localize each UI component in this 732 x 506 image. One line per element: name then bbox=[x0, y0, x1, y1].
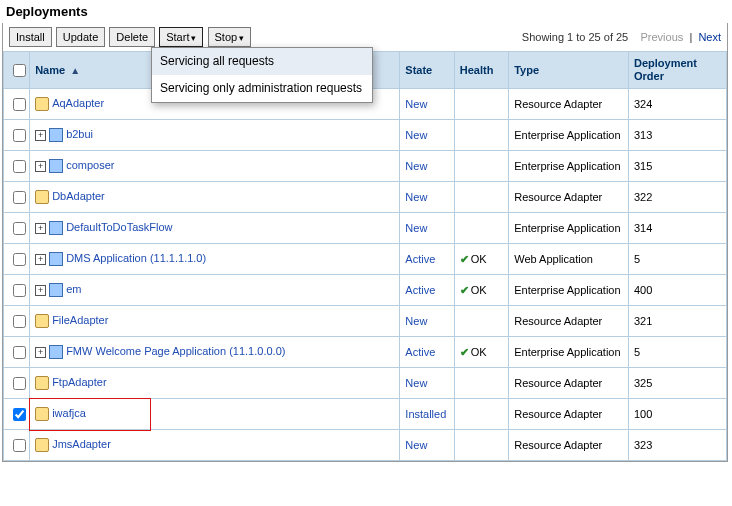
select-all-checkbox[interactable] bbox=[13, 64, 26, 77]
state-link[interactable]: New bbox=[405, 129, 427, 141]
header-state[interactable]: State bbox=[400, 52, 454, 89]
state-link[interactable]: New bbox=[405, 377, 427, 389]
state-cell: New bbox=[400, 213, 454, 244]
expand-icon[interactable]: + bbox=[35, 223, 46, 234]
expand-icon[interactable]: + bbox=[35, 347, 46, 358]
deployment-name-link[interactable]: AqAdapter bbox=[52, 97, 104, 109]
header-type[interactable]: Type bbox=[509, 52, 629, 89]
row-checkbox[interactable] bbox=[13, 222, 26, 235]
deployment-name-link[interactable]: composer bbox=[66, 159, 114, 171]
state-cell: New bbox=[400, 306, 454, 337]
state-link[interactable]: Active bbox=[405, 346, 435, 358]
update-button[interactable]: Update bbox=[56, 27, 105, 47]
deployment-name-link[interactable]: FileAdapter bbox=[52, 314, 108, 326]
row-checkbox[interactable] bbox=[13, 346, 26, 359]
name-cell: +em bbox=[30, 275, 400, 306]
state-link[interactable]: New bbox=[405, 160, 427, 172]
deployment-name-link[interactable]: DMS Application (11.1.1.1.0) bbox=[66, 252, 206, 264]
deployment-name-link[interactable]: FtpAdapter bbox=[52, 376, 106, 388]
row-checkbox-cell[interactable] bbox=[4, 275, 30, 306]
name-cell: FtpAdapter bbox=[30, 368, 400, 399]
row-checkbox-cell[interactable] bbox=[4, 89, 30, 120]
order-cell: 322 bbox=[628, 182, 726, 213]
row-checkbox[interactable] bbox=[13, 253, 26, 266]
deployment-name-link[interactable]: iwafjca bbox=[52, 407, 86, 419]
start-button[interactable]: Start▾ bbox=[159, 27, 203, 47]
expand-icon[interactable]: + bbox=[35, 285, 46, 296]
deployments-panel: Install Update Delete Start▾ Stop▾ Showi… bbox=[2, 23, 728, 462]
table-row: +DMS Application (11.1.1.1.0)ActiveOKWeb… bbox=[4, 244, 727, 275]
install-button[interactable]: Install bbox=[9, 27, 52, 47]
row-checkbox[interactable] bbox=[13, 284, 26, 297]
state-link[interactable]: New bbox=[405, 439, 427, 451]
row-checkbox-cell[interactable] bbox=[4, 120, 30, 151]
health-ok-icon: OK bbox=[460, 346, 487, 358]
type-cell: Enterprise Application bbox=[509, 120, 629, 151]
expand-icon[interactable]: + bbox=[35, 254, 46, 265]
header-select-all[interactable] bbox=[4, 52, 30, 89]
state-link[interactable]: Active bbox=[405, 284, 435, 296]
deployment-name-link[interactable]: JmsAdapter bbox=[52, 438, 111, 450]
dropdown-servicing-admin[interactable]: Servicing only administration requests bbox=[152, 75, 372, 102]
state-link[interactable]: New bbox=[405, 191, 427, 203]
table-row: JmsAdapterNewResource Adapter323 bbox=[4, 430, 727, 461]
type-cell: Resource Adapter bbox=[509, 182, 629, 213]
state-cell: New bbox=[400, 430, 454, 461]
row-checkbox[interactable] bbox=[13, 408, 26, 421]
order-cell: 323 bbox=[628, 430, 726, 461]
deployment-name-link[interactable]: em bbox=[66, 283, 81, 295]
state-link[interactable]: New bbox=[405, 315, 427, 327]
row-checkbox-cell[interactable] bbox=[4, 306, 30, 337]
state-cell: Installed bbox=[400, 399, 454, 430]
header-order[interactable]: Deployment Order bbox=[628, 52, 726, 89]
table-row: +DefaultToDoTaskFlowNewEnterprise Applic… bbox=[4, 213, 727, 244]
row-checkbox-cell[interactable] bbox=[4, 244, 30, 275]
health-cell bbox=[454, 120, 508, 151]
deployment-name-link[interactable]: b2bui bbox=[66, 128, 93, 140]
type-cell: Resource Adapter bbox=[509, 399, 629, 430]
state-cell: New bbox=[400, 120, 454, 151]
state-link[interactable]: New bbox=[405, 98, 427, 110]
row-checkbox[interactable] bbox=[13, 315, 26, 328]
state-cell: Active bbox=[400, 275, 454, 306]
deployment-name-link[interactable]: DefaultToDoTaskFlow bbox=[66, 221, 172, 233]
state-link[interactable]: New bbox=[405, 222, 427, 234]
header-health[interactable]: Health bbox=[454, 52, 508, 89]
health-ok-icon: OK bbox=[460, 253, 487, 265]
row-checkbox[interactable] bbox=[13, 439, 26, 452]
page-title: Deployments bbox=[2, 2, 732, 21]
stop-button[interactable]: Stop▾ bbox=[208, 27, 252, 47]
delete-button[interactable]: Delete bbox=[109, 27, 155, 47]
row-checkbox[interactable] bbox=[13, 160, 26, 173]
row-checkbox-cell[interactable] bbox=[4, 368, 30, 399]
order-cell: 321 bbox=[628, 306, 726, 337]
row-checkbox-cell[interactable] bbox=[4, 182, 30, 213]
state-cell: Active bbox=[400, 337, 454, 368]
name-cell: +b2bui bbox=[30, 120, 400, 151]
health-cell: OK bbox=[454, 337, 508, 368]
state-link[interactable]: Installed bbox=[405, 408, 446, 420]
row-checkbox-cell[interactable] bbox=[4, 430, 30, 461]
dropdown-servicing-all[interactable]: Servicing all requests bbox=[152, 48, 372, 75]
row-checkbox[interactable] bbox=[13, 98, 26, 111]
row-checkbox[interactable] bbox=[13, 191, 26, 204]
row-checkbox[interactable] bbox=[13, 129, 26, 142]
state-cell: New bbox=[400, 151, 454, 182]
type-cell: Resource Adapter bbox=[509, 306, 629, 337]
adapter-icon bbox=[35, 190, 49, 204]
row-checkbox[interactable] bbox=[13, 377, 26, 390]
pagination: Showing 1 to 25 of 25 Previous | Next bbox=[522, 31, 721, 43]
chevron-down-icon: ▾ bbox=[237, 33, 244, 43]
next-link[interactable]: Next bbox=[698, 31, 721, 43]
order-cell: 5 bbox=[628, 337, 726, 368]
row-checkbox-cell[interactable] bbox=[4, 399, 30, 430]
row-checkbox-cell[interactable] bbox=[4, 151, 30, 182]
state-link[interactable]: Active bbox=[405, 253, 435, 265]
row-checkbox-cell[interactable] bbox=[4, 337, 30, 368]
deployment-name-link[interactable]: DbAdapter bbox=[52, 190, 105, 202]
deployment-name-link[interactable]: FMW Welcome Page Application (11.1.0.0.0… bbox=[66, 345, 285, 357]
row-checkbox-cell[interactable] bbox=[4, 213, 30, 244]
expand-icon[interactable]: + bbox=[35, 161, 46, 172]
expand-icon[interactable]: + bbox=[35, 130, 46, 141]
table-row: iwafjcaInstalledResource Adapter100 bbox=[4, 399, 727, 430]
